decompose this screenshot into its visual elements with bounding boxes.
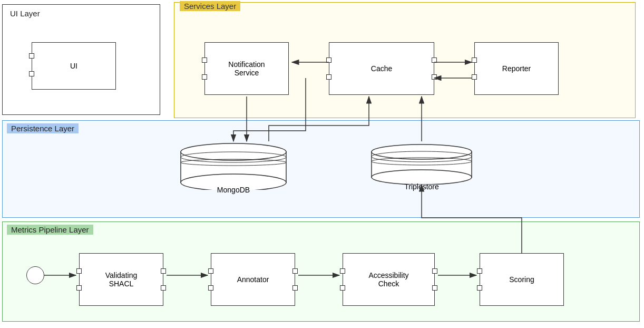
cache-port-right-bottom [432,74,437,80]
scoring-port-left-bottom [477,285,482,291]
cache-label: Cache [371,64,392,73]
ns-port-left-bottom [202,74,207,80]
cache-port-left-top [326,57,331,63]
reporter-component: Reporter [474,42,559,95]
annotator-component: Annotator [211,253,295,306]
annotator-port-right-top [292,268,298,274]
accessibility-check-component: Accessibility Check [343,253,435,306]
annotator-label: Annotator [237,275,269,284]
ui-component: UI [32,42,116,90]
scoring-label: Scoring [509,275,534,284]
validating-shacl-label: Validating SHACL [105,271,137,288]
services-layer-label: Services Layer [180,2,240,11]
mongodb-label: MongoDB [217,186,250,194]
metrics-layer-label: Metrics Pipeline Layer [7,225,93,235]
annotator-port-left-top [208,268,213,274]
triplestore-component: Triplestore [369,142,474,191]
ac-port-right-bottom [432,285,437,291]
annotator-port-right-bottom [292,285,298,291]
mongodb-svg [178,142,289,190]
ac-port-right-top [432,268,437,274]
reporter-port-left-bottom [472,74,477,80]
reporter-port-left-top [472,57,477,63]
svg-point-6 [372,144,472,159]
shacl-port-right-top [161,268,166,274]
ac-port-left-top [340,268,345,274]
scoring-port-left-top [477,268,482,274]
shacl-port-left-top [76,268,82,274]
ns-port-left-top [202,57,207,63]
cache-component: Cache [329,42,434,95]
mongodb-component: MongoDB [178,142,289,194]
notification-service-component: Notification Service [204,42,289,95]
start-circle [26,266,44,284]
ac-port-left-bottom [340,285,345,291]
persistence-layer: Persistence Layer [2,120,640,218]
validating-shacl-component: Validating SHACL [79,253,163,306]
diagram-container: UI Layer Services Layer Persistence Laye… [0,0,644,328]
cache-port-right-top [432,57,437,63]
annotator-port-left-bottom [208,285,213,291]
reporter-label: Reporter [502,64,531,73]
triplestore-svg [369,142,474,185]
ui-layer-label: UI Layer [10,9,40,18]
triplestore-label: Triplestore [404,182,439,191]
accessibility-check-label: Accessibility Check [368,271,408,288]
shacl-port-left-bottom [76,285,82,291]
scoring-component: Scoring [480,253,564,306]
ui-port-left-top [29,53,34,59]
ui-port-left-bottom [29,71,34,76]
ui-label: UI [70,62,77,70]
notification-service-label: Notification Service [228,60,265,77]
cache-port-left-bottom [326,74,331,80]
shacl-port-right-bottom [161,285,166,291]
persistence-layer-label: Persistence Layer [7,124,79,133]
